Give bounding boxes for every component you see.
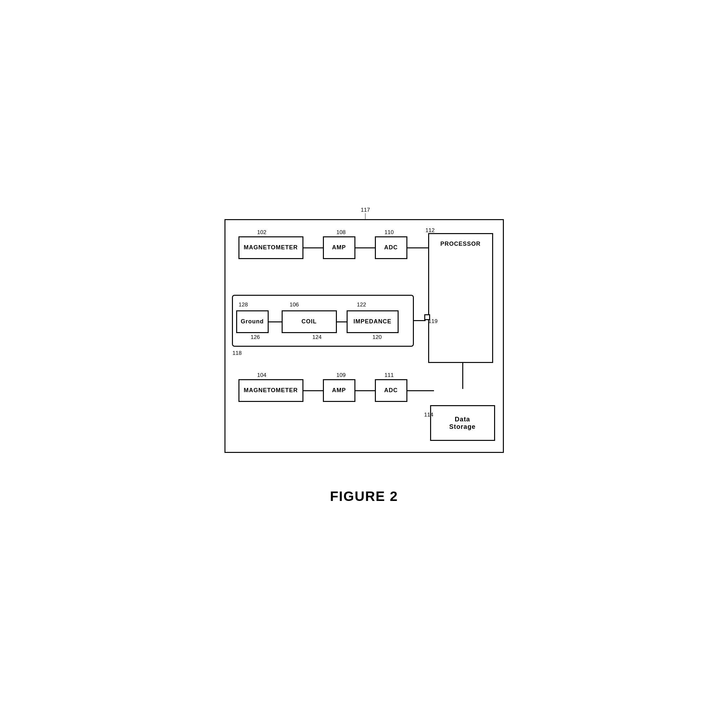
arrow-amp2-adc2 <box>355 390 375 391</box>
ref-102: 102 <box>257 229 266 236</box>
arrow-mag1-amp1 <box>303 247 323 249</box>
line-impedance-connector <box>414 320 425 321</box>
adc2-label: ADC <box>384 387 398 394</box>
adc1-label: ADC <box>384 244 398 251</box>
ref-120: 120 <box>373 334 382 340</box>
processor-box: PROCESSOR <box>428 233 493 363</box>
coil-label: COIL <box>301 318 317 325</box>
figure-label: FIGURE 2 <box>330 489 398 504</box>
impedance-label: IMPEDANCE <box>353 318 392 325</box>
amp2-label: AMP <box>332 387 346 394</box>
magnetometer1-label: MAGNETOMETER <box>244 244 298 251</box>
ref-128: 128 <box>239 302 248 308</box>
data-storage-box: Data Storage <box>430 405 495 441</box>
outer-box: MAGNETOMETER 102 AMP 108 ADC 110 <box>225 219 504 453</box>
adc1-box: ADC <box>375 236 407 259</box>
ref-119: 119 <box>428 318 437 325</box>
adc2-box: ADC <box>375 379 407 402</box>
ref-124: 124 <box>312 334 321 340</box>
ref-118: 118 <box>232 350 242 357</box>
amp2-box: AMP <box>323 379 355 402</box>
ground-box: Ground <box>236 310 269 333</box>
ref-108: 108 <box>336 229 346 236</box>
impedance-box: IMPEDANCE <box>347 310 399 333</box>
ref-114: 114 <box>424 412 433 418</box>
magnetometer2-box: MAGNETOMETER <box>239 379 303 402</box>
amp1-label: AMP <box>332 244 346 251</box>
magnetometer2-label: MAGNETOMETER <box>244 387 298 394</box>
ref-104: 104 <box>257 372 266 378</box>
magnetometer1-box: MAGNETOMETER <box>239 236 303 259</box>
vline-processor-storage <box>462 363 463 389</box>
processor-label: PROCESSOR <box>440 241 480 247</box>
coil-box: COIL <box>281 310 337 333</box>
data-storage-label: Data Storage <box>449 416 476 430</box>
arrow-amp1-adc1 <box>355 247 375 249</box>
ref-126: 126 <box>251 334 260 340</box>
ground-label: Ground <box>241 318 264 325</box>
ref-112: 112 <box>425 227 435 234</box>
ref-109: 109 <box>336 372 346 378</box>
ref-111: 111 <box>385 372 394 378</box>
ref-106: 106 <box>290 302 299 308</box>
coil-group-box: Ground 128 126 COIL 106 124 <box>232 295 414 347</box>
amp1-box: AMP <box>323 236 355 259</box>
ref-122: 122 <box>357 302 366 308</box>
arrow-mag2-amp2 <box>303 390 323 391</box>
ref-117-label: 117 <box>361 207 370 213</box>
ref-110: 110 <box>385 229 394 236</box>
line-ground-coil <box>269 322 281 322</box>
line-coil-impedance <box>337 322 347 322</box>
arrow-adc2-processor <box>407 390 434 391</box>
